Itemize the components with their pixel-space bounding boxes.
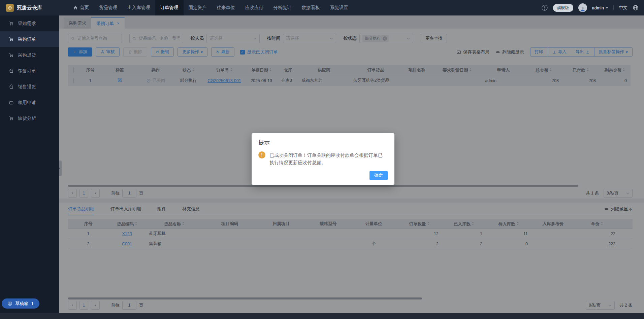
user-menu[interactable]: admin	[592, 5, 608, 10]
alert-dialog: 提示 ! 已成功关闭订单！订单关联的应收付款单会根据订单已执行情况更新应收付总额…	[252, 133, 394, 185]
divider	[613, 5, 614, 10]
nav-item-assets[interactable]: 固定资产	[184, 0, 212, 15]
home-icon	[73, 5, 78, 10]
cart-icon	[9, 116, 14, 121]
nav-item-payables[interactable]: 应收应付	[240, 0, 268, 15]
sidebar-item-shortage-analysis[interactable]: 缺货分析	[0, 110, 59, 126]
globe-icon[interactable]	[633, 5, 639, 11]
confirm-button[interactable]: 确定	[369, 171, 388, 180]
nav-item-settings[interactable]: 系统设置	[325, 0, 353, 15]
sidebar-item-sales-order[interactable]: 销售订单	[0, 63, 59, 79]
app-logo: 冠唐云仓库	[0, 4, 59, 12]
chevron-down-icon	[606, 7, 608, 10]
draft-count-badge: 1	[31, 301, 33, 306]
draft-box-button[interactable]: 草稿箱 1	[2, 298, 39, 309]
nav-item-goods[interactable]: 货品管理	[94, 0, 122, 15]
dialog-title: 提示	[258, 139, 388, 146]
language-switch[interactable]: 中文	[619, 5, 627, 11]
nav-item-analytics[interactable]: 分析统计	[268, 0, 297, 15]
draft-icon	[7, 301, 12, 306]
sidebar-item-purchase-order[interactable]: 采购订单	[0, 31, 59, 47]
nav-item-partners[interactable]: 往来单位	[212, 0, 240, 15]
sidebar-item-sales-return[interactable]: 销售退货	[0, 79, 59, 95]
sidebar: 采购需求 采购订单 采购退货 销售订单 销售退货 领用申请 缺货分析 草稿箱 1	[0, 15, 59, 313]
topbar-right: 旗舰版 admin 中文	[541, 3, 644, 12]
bag-icon	[9, 84, 14, 89]
nav-item-home[interactable]: 首页	[68, 0, 94, 15]
nav-item-orders[interactable]: 订单管理	[155, 0, 184, 15]
warning-icon: !	[258, 151, 265, 158]
avatar[interactable]	[578, 3, 587, 12]
nav-item-dashboard[interactable]: 数据看板	[297, 0, 325, 15]
cart-icon	[9, 37, 14, 42]
sidebar-item-requisition[interactable]: 领用申请	[0, 95, 59, 110]
bag-icon	[9, 68, 14, 73]
nav-item-inout[interactable]: 出入库管理	[122, 0, 155, 15]
app-title: 冠唐云仓库	[17, 5, 42, 11]
version-badge: 旗舰版	[553, 4, 573, 12]
main-nav: 首页 货品管理 出入库管理 订单管理 固定资产 往来单位 应收应付 分析统计 数…	[68, 0, 353, 15]
topbar: 冠唐云仓库 首页 货品管理 出入库管理 订单管理 固定资产 往来单位 应收应付 …	[0, 0, 644, 15]
cart-icon	[9, 21, 14, 26]
app-logo-icon	[6, 4, 14, 12]
sidebar-item-purchase-request[interactable]: 采购需求	[0, 15, 59, 31]
page-footer	[0, 313, 644, 319]
dialog-message: 已成功关闭订单！订单关联的应收付款单会根据订单已执行情况更新应收付总额。	[269, 151, 386, 167]
sidebar-item-purchase-return[interactable]: 采购退货	[0, 47, 59, 63]
cart-icon	[9, 52, 14, 58]
briefcase-icon	[9, 100, 14, 105]
help-icon[interactable]	[541, 4, 548, 11]
